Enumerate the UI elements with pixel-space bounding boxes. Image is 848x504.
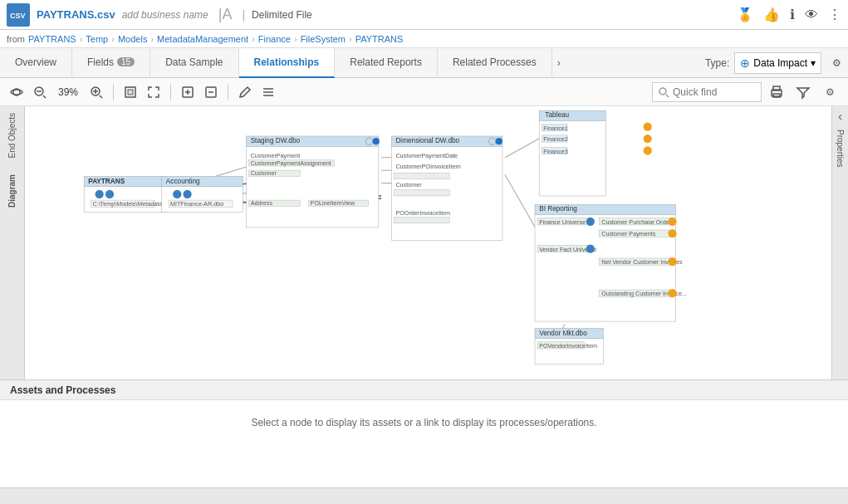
right-sidebar[interactable]: ‹ Properties [831,106,848,379]
breadcrumb-paytrans2[interactable]: PAYTRANS [355,34,404,44]
svg-text:Finance3: Finance3 [543,148,568,155]
search-icon [658,86,669,98]
tab-related-processes[interactable]: Related Processes [438,48,552,78]
fit-page-btn[interactable] [120,82,140,102]
svg-text:Customer: Customer [395,181,422,188]
svg-text:POVendorInvoiceItem: POVendorInvoiceItem [539,342,597,350]
chevron-down-icon: ▾ [811,57,816,69]
svg-point-66 [96,190,104,198]
svg-text:MITFinance-AR.dbo: MITFinance-AR.dbo [170,200,223,208]
remove-btn[interactable] [201,82,221,102]
breadcrumb-metadata[interactable]: MetadataManagement [157,34,248,44]
tab-overview[interactable]: Overview [0,48,72,78]
assets-processes-header: Assets and Processes [0,380,848,400]
status-bar [0,487,848,504]
svg-point-67 [105,190,114,198]
header-actions: 🏅 👍 ℹ 👁 ⋮ [737,7,841,22]
svg-point-33 [644,135,652,143]
svg-text:Customer: Customer [251,169,277,177]
tab-bar: Overview Fields 15 Data Sample Relations… [0,48,848,78]
svg-text:Finance2: Finance2 [543,135,568,143]
assets-processes-message: Select a node to display its assets or a… [0,400,848,438]
svg-point-94 [496,138,502,144]
svg-rect-65 [84,187,165,213]
type-select[interactable]: ⊕ Data Impact ▾ [734,52,821,74]
svg-text:CustomerPaymentDate: CustomerPaymentDate [395,152,458,159]
svg-rect-27 [539,120,605,195]
svg-line-9 [100,95,102,98]
svg-text:PAYTRANS: PAYTRANS [88,178,125,185]
file-icon: CSV [7,3,30,27]
svg-text:Address: Address [251,199,273,207]
bottom-panel: Assets and Processes Select a node to di… [0,379,848,487]
visibility-toggle-btn[interactable] [7,82,27,102]
print-btn[interactable] [765,81,788,104]
type-select-value: Data Impact [753,57,807,69]
breadcrumb-models[interactable]: Models [118,34,147,44]
svg-rect-100 [394,190,449,196]
svg-point-48 [668,218,676,226]
tab-fields[interactable]: Fields 15 [72,48,150,78]
tab-settings-button[interactable]: ⚙ [825,51,848,75]
filter-btn[interactable] [792,81,815,104]
zoom-out-btn[interactable] [30,82,50,102]
file-title: PAYTRANS.csv [37,8,115,21]
eye-icon[interactable]: 👁 [805,7,818,22]
svg-text:POLineItemView: POLineItemView [311,199,355,207]
tab-arrow-right[interactable]: › [552,57,566,69]
svg-rect-72 [162,187,243,213]
pencil-btn[interactable] [235,82,255,102]
svg-point-57 [668,289,676,297]
breadcrumb-finance[interactable]: Finance [258,34,291,44]
svg-text:CustomerPayment: CustomerPayment [251,152,301,159]
zoom-level: 39% [53,86,83,98]
medal-icon[interactable]: 🏅 [737,7,753,22]
svg-text:Tableau: Tableau [545,111,569,119]
tab-relationships[interactable]: Relationships [239,48,336,78]
diagram-canvas[interactable]: Tableau Finance1 Finance2 Finance3 BI Re… [25,106,831,379]
svg-text:Customer Payments: Customer Payments [601,230,656,237]
more-icon[interactable]: ⋮ [828,7,841,22]
expand-btn[interactable] [144,82,164,102]
svg-point-51 [668,229,676,237]
end-objects-label[interactable]: End Objects [6,106,18,164]
svg-point-80 [373,138,380,144]
svg-rect-24 [773,94,780,97]
svg-text:Finance Universe: Finance Universe [539,218,586,226]
quick-find-container [652,82,762,102]
cursor-indicator: |A [218,6,233,23]
tab-related-reports[interactable]: Related Reports [335,48,438,78]
diagram-svg: Tableau Finance1 Finance2 Finance3 BI Re… [25,106,831,379]
collapse-arrow-icon[interactable]: ‹ [838,106,842,123]
add-business-name[interactable]: add business name [122,9,208,21]
quick-find-input[interactable] [673,86,756,98]
breadcrumb-from: from [7,34,25,44]
left-sidebar: End Objects Diagram [0,106,25,379]
svg-point-73 [173,190,181,198]
menu-btn[interactable] [258,82,278,102]
svg-rect-23 [773,86,780,91]
svg-text:Customer Purchase Orders: Customer Purchase Orders [601,218,674,226]
svg-point-36 [644,146,652,154]
svg-point-20 [659,88,666,95]
breadcrumb-filesystem[interactable]: FileSystem [301,34,346,44]
info-icon[interactable]: ℹ [790,7,795,22]
edge-dim-bi [505,174,539,234]
svg-text:Accounting: Accounting [166,178,200,185]
svg-text:CustomerPOInvoiceItem: CustomerPOInvoiceItem [395,163,460,170]
breadcrumb-temp[interactable]: Temp [86,34,108,44]
svg-point-45 [586,245,595,253]
thumbs-up-icon[interactable]: 👍 [763,7,780,22]
breadcrumb-paytrans[interactable]: PAYTRANS [28,34,76,44]
breadcrumb: from PAYTRANS › Temp › Models › Metadata… [0,30,848,48]
diagram-settings-btn[interactable]: ⚙ [818,81,841,104]
pipe-sep: | [242,8,245,22]
svg-point-30 [644,123,652,131]
zoom-in-btn[interactable] [86,82,106,102]
diagram-label[interactable]: Diagram [6,168,18,214]
add-btn[interactable] [178,82,198,102]
properties-label[interactable]: Properties [836,123,845,174]
type-label: Type: [700,57,734,69]
tab-data-sample[interactable]: Data Sample [150,48,238,78]
svg-rect-98 [394,173,449,179]
